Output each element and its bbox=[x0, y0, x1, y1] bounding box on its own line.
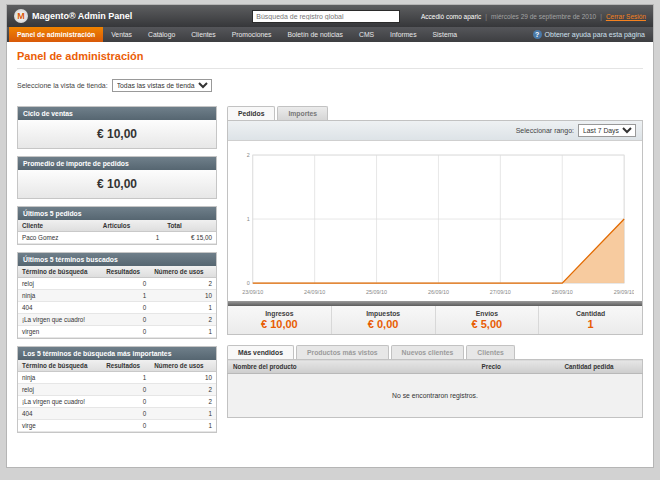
range-label: Seleccionar rango: bbox=[516, 127, 574, 134]
nav-sales[interactable]: Ventas bbox=[103, 27, 140, 42]
stat-label: Ingresos bbox=[230, 310, 329, 317]
total-cell: € 15,00 bbox=[163, 232, 216, 244]
col-uses: Número de usos bbox=[150, 360, 216, 372]
table-row[interactable]: ¡La virgen que cuadro! 0 2 bbox=[18, 396, 216, 408]
chart-panel: Seleccionar rango: Last 7 Days 23/09/102… bbox=[227, 120, 643, 335]
table-row[interactable]: reloj 0 2 bbox=[18, 278, 216, 290]
tab-new-customers[interactable]: Nuevos clientes bbox=[391, 345, 465, 359]
tab-most-viewed[interactable]: Productos más vistos bbox=[296, 345, 389, 359]
last-search-terms-box: Últimos 5 términos buscados Término de b… bbox=[17, 252, 217, 339]
lifetime-sales-box: Ciclo de ventas € 10,00 bbox=[17, 106, 217, 149]
table-row[interactable]: virgen 0 1 bbox=[18, 326, 216, 338]
results-cell: 0 bbox=[102, 314, 150, 326]
stat-value: € 5,00 bbox=[438, 318, 537, 330]
logged-in-text: Accedió como aparic bbox=[421, 13, 481, 20]
results-cell: 1 bbox=[102, 290, 150, 302]
col-term: Término de búsqueda bbox=[18, 360, 102, 372]
term-cell: ninja bbox=[18, 290, 102, 302]
range-bar: Seleccionar rango: Last 7 Days bbox=[228, 121, 642, 141]
uses-cell: 2 bbox=[150, 384, 216, 396]
col-results: Resultados bbox=[102, 360, 150, 372]
results-cell: 0 bbox=[102, 384, 150, 396]
last-orders-table: Cliente Artículos Total Paco Gomez 1 € 1… bbox=[18, 220, 216, 244]
tab-amounts[interactable]: Importes bbox=[277, 106, 328, 120]
svg-text:26/09/10: 26/09/10 bbox=[428, 289, 449, 295]
top-search-terms-table: Término de búsqueda Resultados Número de… bbox=[18, 360, 216, 432]
svg-text:1: 1 bbox=[247, 216, 250, 222]
svg-text:27/09/10: 27/09/10 bbox=[490, 289, 511, 295]
svg-text:23/09/10: 23/09/10 bbox=[242, 289, 263, 295]
store-switcher: Seleccione la vista de tienda: Todas las… bbox=[17, 79, 643, 92]
uses-cell: 1 bbox=[150, 420, 216, 432]
nav-system[interactable]: Sistema bbox=[425, 27, 466, 42]
lifetime-sales-title: Ciclo de ventas bbox=[18, 107, 216, 120]
uses-cell: 10 bbox=[150, 290, 216, 302]
last-search-terms-table: Término de búsqueda Resultados Número de… bbox=[18, 266, 216, 338]
brand-title: Magento® Admin Panel bbox=[32, 11, 132, 21]
col-items: Artículos bbox=[99, 220, 163, 232]
chart-tabs: Pedidos Importes bbox=[227, 106, 643, 120]
top-search-terms-box: Los 5 términos de búsqueda más important… bbox=[17, 346, 217, 433]
help-label: Obtener ayuda para esta página bbox=[545, 31, 645, 38]
table-header-row: Cliente Artículos Total bbox=[18, 220, 216, 232]
store-switcher-label: Seleccione la vista de tienda: bbox=[17, 82, 108, 89]
average-orders-box: Promedio de importe de pedidos € 10,00 bbox=[17, 156, 217, 199]
results-cell: 0 bbox=[102, 420, 150, 432]
nav-cms[interactable]: CMS bbox=[351, 27, 382, 42]
nav-catalog[interactable]: Catálogo bbox=[140, 27, 183, 42]
stat-label: Envíos bbox=[438, 310, 537, 317]
uses-cell: 1 bbox=[150, 408, 216, 420]
stats-row: Ingresos € 10,00 Impuestos € 0,00 Envíos… bbox=[228, 306, 642, 334]
global-search-input[interactable] bbox=[252, 10, 400, 23]
results-cell: 0 bbox=[102, 278, 150, 290]
table-row[interactable]: ¡La virgen que cuadro! 0 2 bbox=[18, 314, 216, 326]
stat-tax: Impuestos € 0,00 bbox=[332, 306, 436, 334]
uses-cell: 1 bbox=[150, 326, 216, 338]
tab-bestsellers[interactable]: Más vendidos bbox=[227, 345, 294, 359]
bestsellers-table: Nombre del producto Precio Cantidad pedi… bbox=[227, 359, 643, 418]
empty-message: No se encontraron registros. bbox=[228, 374, 643, 418]
range-select[interactable]: Last 7 Days bbox=[578, 124, 636, 137]
term-cell: 404 bbox=[18, 408, 102, 420]
admin-window: M Magento® Admin Panel Accedió como apar… bbox=[6, 4, 654, 468]
orders-chart: 23/09/1024/09/1025/09/1026/09/1027/09/10… bbox=[236, 147, 634, 299]
nav-dashboard[interactable]: Panel de administración bbox=[9, 27, 103, 42]
logout-link[interactable]: Cerrar Sesión bbox=[606, 13, 646, 20]
table-row[interactable]: ninja 1 10 bbox=[18, 372, 216, 384]
svg-text:29/09/10: 29/09/10 bbox=[614, 289, 634, 295]
results-cell: 0 bbox=[102, 302, 150, 314]
table-row[interactable]: virge 0 1 bbox=[18, 420, 216, 432]
header-date: miércoles 29 de septiembre de 2010 bbox=[491, 13, 596, 20]
tab-orders[interactable]: Pedidos bbox=[227, 106, 275, 120]
term-cell: reloj bbox=[18, 384, 102, 396]
svg-text:2: 2 bbox=[247, 152, 250, 158]
table-row[interactable]: 404 0 1 bbox=[18, 302, 216, 314]
customer-cell: Paco Gomez bbox=[18, 232, 99, 244]
help-link[interactable]: ? Obtener ayuda para esta página bbox=[527, 27, 651, 42]
help-icon: ? bbox=[533, 30, 542, 39]
nav-customers[interactable]: Clientes bbox=[183, 27, 224, 42]
table-row[interactable]: ninja 1 10 bbox=[18, 290, 216, 302]
uses-cell: 2 bbox=[150, 396, 216, 408]
table-header-row: Término de búsqueda Resultados Número de… bbox=[18, 360, 216, 372]
nav-reports[interactable]: Informes bbox=[382, 27, 424, 42]
table-row[interactable]: 404 0 1 bbox=[18, 408, 216, 420]
nav-promotions[interactable]: Promociones bbox=[224, 27, 280, 42]
nav-newsletter[interactable]: Boletín de noticias bbox=[279, 27, 351, 42]
stat-label: Impuestos bbox=[334, 310, 433, 317]
store-view-select[interactable]: Todas las vistas de tienda bbox=[112, 79, 212, 92]
svg-text:28/09/10: 28/09/10 bbox=[552, 289, 573, 295]
term-cell: ¡La virgen que cuadro! bbox=[18, 396, 102, 408]
uses-cell: 2 bbox=[150, 314, 216, 326]
tab-customers[interactable]: Clientes bbox=[466, 345, 514, 359]
table-row[interactable]: reloj 0 2 bbox=[18, 384, 216, 396]
empty-row: No se encontraron registros. bbox=[228, 374, 643, 418]
stat-quantity: Cantidad 1 bbox=[539, 306, 642, 334]
brand: M Magento® Admin Panel bbox=[14, 9, 132, 23]
table-row[interactable]: Paco Gomez 1 € 15,00 bbox=[18, 232, 216, 244]
results-cell: 0 bbox=[102, 396, 150, 408]
main-nav: Panel de administración Ventas Catálogo … bbox=[7, 27, 653, 42]
global-search bbox=[252, 10, 400, 23]
average-orders-title: Promedio de importe de pedidos bbox=[18, 157, 216, 170]
page-title: Panel de administración bbox=[17, 50, 643, 69]
